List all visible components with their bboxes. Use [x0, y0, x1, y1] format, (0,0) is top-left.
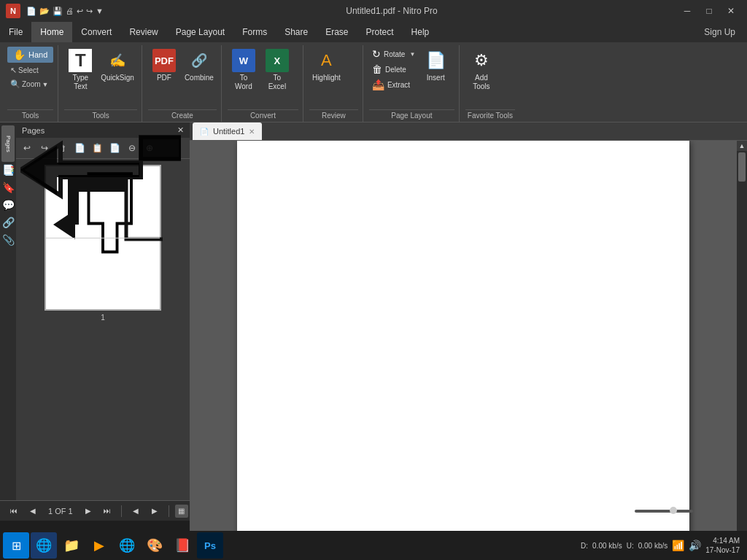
add-tools-button[interactable]: ⚙ Add Tools	[465, 47, 498, 93]
panel-extract-button[interactable]: 📄	[71, 140, 88, 156]
quicksign-button[interactable]: ✍ QuickSign	[98, 47, 137, 85]
tab-close-button[interactable]: ✕	[249, 128, 255, 136]
delete-button[interactable]: 🗑 Delete	[369, 62, 418, 77]
maximize-button[interactable]: □	[699, 4, 719, 18]
menu-review[interactable]: Review	[120, 22, 166, 42]
sidebar-tab-pages[interactable]: Pages	[1, 125, 15, 162]
print-icon[interactable]: 🖨	[66, 7, 74, 15]
view-single-button[interactable]: ▦	[175, 505, 188, 518]
taskbar-media[interactable]: ▶	[86, 532, 112, 559]
sidebar-icon-1[interactable]: 📑	[1, 163, 15, 176]
speaker-icon[interactable]: 🔊	[689, 540, 701, 551]
panel-copy-button[interactable]: 📋	[89, 140, 105, 156]
signup-button[interactable]: Sign Up	[692, 22, 747, 42]
ribbon-group-type: T Type Text ✍ QuickSign Tools	[60, 45, 142, 122]
highlight-icon: A	[314, 49, 338, 72]
explorer-icon: 📁	[63, 537, 80, 553]
panel-undo-button[interactable]: ↩	[19, 140, 35, 156]
prev-page-button[interactable]: ◀	[25, 505, 41, 518]
undo-icon[interactable]: ↩	[77, 7, 83, 16]
menu-protect[interactable]: Protect	[357, 22, 403, 42]
section-next-button[interactable]: ▶	[147, 505, 163, 518]
menu-file[interactable]: File	[0, 22, 31, 42]
taskbar-chrome[interactable]: 🌐	[114, 532, 140, 559]
nav-separator-1	[121, 505, 122, 517]
highlight-button[interactable]: A Highlight	[309, 47, 344, 85]
insert-icon: 📄	[424, 49, 447, 72]
page-layout-group-label: Page Layout	[369, 109, 454, 122]
taskbar-paint[interactable]: 🎨	[142, 532, 168, 559]
taskbar-nitro[interactable]: 📕	[169, 532, 196, 559]
to-excel-button[interactable]: X To Excel	[261, 47, 293, 93]
insert-button[interactable]: 📄 Insert	[419, 47, 452, 85]
open-icon[interactable]: 📂	[39, 7, 50, 16]
app-icon: N	[6, 4, 20, 18]
redo-icon[interactable]: ↪	[86, 7, 93, 16]
vertical-scrollbar[interactable]: ▲ ▼	[737, 141, 747, 560]
sidebar-icon-2[interactable]: 🔖	[1, 181, 15, 194]
menu-home[interactable]: Home	[31, 22, 72, 42]
sidebar-icon-5[interactable]: 📎	[1, 233, 15, 246]
pages-panel-close[interactable]: ✕	[177, 125, 184, 135]
start-button[interactable]: ⊞	[3, 532, 29, 559]
type-text-label: Type Text	[72, 74, 88, 91]
select-button[interactable]: ↖ Select	[7, 64, 53, 77]
last-page-button[interactable]: ⏭	[99, 505, 115, 518]
menu-convert[interactable]: Convert	[72, 22, 120, 42]
minimize-button[interactable]: ─	[677, 4, 697, 18]
taskbar-explorer[interactable]: 📁	[58, 532, 85, 559]
document-area: 📄 Untitled1 ✕ ▲ ▼ ◀ ▶	[190, 122, 747, 500]
menu-forms[interactable]: Forms	[233, 22, 276, 42]
upload-speed: 0.00 kb/s	[638, 542, 668, 550]
menu-share[interactable]: Share	[276, 22, 317, 42]
document-tabs: 📄 Untitled1 ✕	[190, 122, 747, 141]
dropdown-icon[interactable]: ▼	[96, 7, 104, 15]
rotate-button[interactable]: ↻ Rotate ▼	[369, 47, 418, 61]
panel-delete-button[interactable]: 🗑	[54, 140, 70, 156]
document-tab-1[interactable]: 📄 Untitled1 ✕	[193, 122, 262, 140]
zoom-label: Zoom	[22, 80, 41, 88]
menu-help[interactable]: Help	[403, 22, 438, 42]
menu-erase[interactable]: Erase	[317, 22, 357, 42]
taskbar-ie[interactable]: 🌐	[31, 532, 57, 559]
to-word-button[interactable]: W To Word	[228, 47, 260, 93]
section-prev-button[interactable]: ◀	[128, 505, 144, 518]
network-icon[interactable]: 📶	[672, 540, 684, 551]
paint-icon: 🎨	[147, 537, 163, 553]
panel-minus-button[interactable]: ⊖	[124, 140, 140, 156]
scroll-thumb[interactable]	[738, 152, 746, 182]
tools-group-label: Tools	[7, 109, 53, 122]
highlight-label: Highlight	[312, 74, 341, 82]
taskbar-photoshop[interactable]: Ps	[197, 532, 223, 559]
zoom-slider[interactable]	[635, 510, 693, 513]
hand-label: Hand	[28, 50, 47, 59]
panel-plus-button[interactable]: ⊕	[142, 140, 158, 156]
delete-icon: 🗑	[372, 63, 382, 75]
system-clock[interactable]: 4:14 AM 17-Nov-17	[705, 536, 740, 555]
menu-page-layout[interactable]: Page Layout	[167, 22, 233, 42]
zoom-slider-thumb[interactable]	[670, 507, 677, 514]
page-thumbnail-1[interactable]	[44, 165, 161, 311]
ribbon-group-review: A Highlight Review	[305, 45, 363, 122]
first-page-button[interactable]: ⏮	[6, 505, 22, 518]
close-button[interactable]: ✕	[721, 4, 741, 18]
ribbon-group-favorite: ⚙ Add Tools Favorite Tools	[461, 45, 519, 122]
hand-button[interactable]: ✋ Hand	[7, 47, 53, 63]
scroll-up-button[interactable]: ▲	[737, 141, 747, 151]
scroll-track[interactable]	[737, 151, 747, 560]
extract-button[interactable]: 📤 Extract	[369, 77, 418, 92]
zoom-button[interactable]: 🔍 Zoom ▼	[7, 78, 53, 90]
sidebar-icon-3[interactable]: 💬	[1, 198, 15, 211]
pages-panel-title: Pages	[22, 126, 44, 135]
new-icon[interactable]: 📄	[26, 7, 36, 16]
sidebar-icon-4[interactable]: 🔗	[1, 216, 15, 229]
panel-paste-button[interactable]: 📄	[107, 140, 123, 156]
document-viewport[interactable]	[190, 141, 737, 560]
pdf-button[interactable]: PDF PDF	[148, 47, 180, 85]
type-text-button[interactable]: T Type Text	[64, 47, 96, 93]
save-icon[interactable]: 💾	[53, 7, 63, 16]
panel-redo-button[interactable]: ↪	[36, 140, 53, 156]
window-controls: ─ □ ✕	[677, 4, 741, 18]
combine-button[interactable]: 🔗 Combine	[182, 47, 217, 85]
next-page-button[interactable]: ▶	[80, 505, 96, 518]
